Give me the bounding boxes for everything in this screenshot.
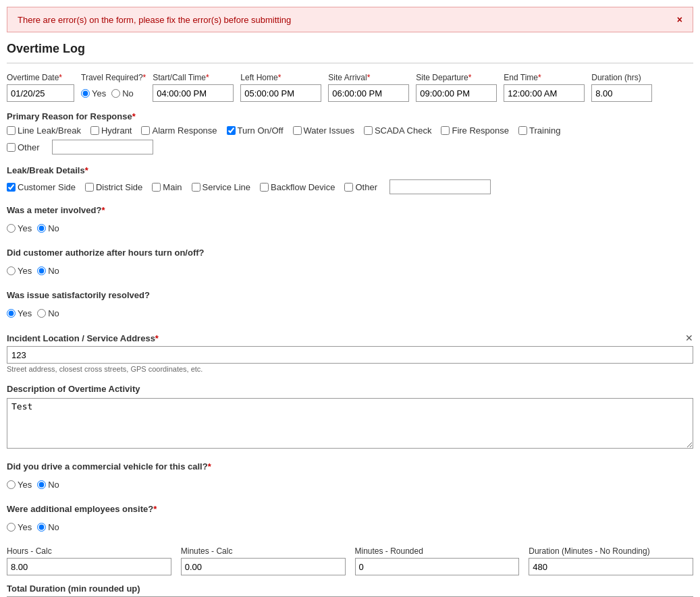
scada-check-label[interactable]: SCADA Check — [364, 125, 432, 136]
additional-employees-radio-group: Yes No — [7, 518, 693, 536]
travel-no-label[interactable]: No — [111, 88, 134, 98]
end-time-label: End Time* — [504, 73, 585, 82]
travel-yes-radio[interactable] — [81, 89, 90, 98]
end-time-input[interactable] — [504, 84, 585, 102]
commercial-yes-radio[interactable] — [7, 480, 16, 489]
minutes-rounded-input[interactable] — [355, 558, 520, 575]
left-home-label: Left Home* — [240, 73, 321, 82]
authorize-no-label[interactable]: No — [37, 266, 59, 276]
primary-other-label[interactable]: Other — [7, 142, 40, 152]
issue-resolved-radio-group: Yes No — [7, 304, 693, 322]
primary-reason-other-row: Other — [7, 140, 693, 154]
service-line-label[interactable]: Service Line — [192, 182, 251, 192]
customer-side-checkbox[interactable] — [7, 183, 16, 192]
employees-yes-label[interactable]: Yes — [7, 522, 32, 532]
commercial-yes-label[interactable]: Yes — [7, 480, 32, 490]
district-side-checkbox[interactable] — [85, 183, 94, 192]
alarm-response-label[interactable]: Alarm Response — [141, 125, 217, 136]
primary-reason-label: Primary Reason for Response* — [7, 111, 693, 121]
additional-employees-label: Were additional employees onsite?* — [7, 504, 693, 514]
error-banner: There are error(s) on the form, please f… — [7, 7, 693, 32]
site-arrival-input[interactable] — [328, 84, 409, 102]
site-departure-label: Site Departure* — [416, 73, 497, 82]
minutes-rounded-group: Minutes - Rounded — [355, 546, 520, 575]
left-home-group: Left Home* — [240, 73, 321, 102]
travel-required-label: Travel Required?* — [81, 73, 146, 82]
employees-no-radio[interactable] — [37, 523, 46, 532]
travel-radio-group: Yes No — [81, 84, 146, 102]
total-duration-block: Total Duration (min rounded up) — [7, 584, 693, 597]
description-section: Description of Overtime Activity Test — [7, 384, 693, 451]
location-clear-button[interactable]: ✕ — [685, 333, 693, 343]
customer-authorize-radio-group: Yes No — [7, 262, 693, 279]
meter-yes-radio[interactable] — [7, 224, 16, 233]
minutes-calc-input[interactable] — [181, 558, 346, 575]
meter-no-radio[interactable] — [37, 224, 46, 233]
start-call-time-label: Start/Call Time* — [153, 73, 234, 82]
duration-no-round-label: Duration (Minutes - No Rounding) — [529, 546, 693, 556]
error-close-button[interactable]: × — [677, 14, 682, 25]
meter-yes-label[interactable]: Yes — [7, 223, 32, 233]
end-time-group: End Time* — [504, 73, 585, 102]
fire-response-label[interactable]: Fire Response — [441, 125, 509, 136]
leak-other-text-input[interactable] — [389, 179, 491, 194]
site-departure-input[interactable] — [416, 84, 497, 102]
commercial-no-label[interactable]: No — [37, 480, 59, 490]
employees-no-label[interactable]: No — [37, 522, 59, 532]
customer-side-label[interactable]: Customer Side — [7, 182, 76, 192]
scada-check-checkbox[interactable] — [364, 126, 373, 135]
hydrant-checkbox[interactable] — [90, 126, 99, 135]
primary-reason-checkboxes: Line Leak/Break Hydrant Alarm Response T… — [7, 125, 693, 136]
turn-on-off-checkbox[interactable] — [227, 126, 236, 135]
training-label[interactable]: Training — [518, 125, 560, 136]
authorize-yes-label[interactable]: Yes — [7, 266, 32, 276]
authorize-no-radio[interactable] — [37, 266, 46, 275]
resolved-no-radio[interactable] — [37, 309, 46, 318]
service-line-checkbox[interactable] — [192, 183, 200, 192]
hours-calc-group: Hours - Calc — [7, 546, 171, 575]
duration-input[interactable] — [591, 84, 652, 102]
line-leak-label[interactable]: Line Leak/Break — [7, 125, 81, 136]
travel-required-group: Travel Required?* Yes No — [81, 73, 146, 102]
minutes-calc-group: Minutes - Calc — [181, 546, 346, 575]
commercial-vehicle-label: Did you drive a commercial vehicle for t… — [7, 461, 693, 472]
travel-no-radio[interactable] — [111, 89, 120, 98]
district-side-label[interactable]: District Side — [85, 182, 142, 192]
hydrant-label[interactable]: Hydrant — [90, 125, 132, 136]
resolved-yes-label[interactable]: Yes — [7, 308, 32, 318]
employees-yes-radio[interactable] — [7, 523, 16, 532]
issue-resolved-section: Was issue satisfactorily resolved? Yes N… — [7, 290, 693, 322]
main-label[interactable]: Main — [152, 182, 182, 192]
customer-authorize-section: Did customer authorize after hours turn … — [7, 248, 693, 279]
commercial-no-radio[interactable] — [37, 480, 46, 489]
resolved-no-label[interactable]: No — [37, 308, 59, 318]
alarm-response-checkbox[interactable] — [141, 126, 150, 135]
authorize-yes-radio[interactable] — [7, 266, 16, 275]
left-home-input[interactable] — [240, 84, 321, 102]
address-hint: Street address, closest cross streets, G… — [7, 365, 693, 373]
incident-location-input[interactable] — [7, 346, 693, 364]
backflow-device-label[interactable]: Backflow Device — [260, 182, 335, 192]
meter-no-label[interactable]: No — [37, 223, 59, 233]
primary-other-checkbox[interactable] — [7, 143, 16, 152]
hours-calc-input[interactable] — [7, 558, 171, 575]
line-leak-checkbox[interactable] — [7, 126, 16, 135]
start-call-time-input[interactable] — [153, 84, 234, 102]
datetime-row: Overtime Date* Travel Required?* Yes No … — [7, 73, 693, 102]
main-checkbox[interactable] — [152, 183, 161, 192]
water-issues-label[interactable]: Water Issues — [293, 125, 354, 136]
leak-break-label: Leak/Break Details* — [7, 165, 693, 175]
primary-other-text-input[interactable] — [52, 140, 153, 154]
training-checkbox[interactable] — [518, 126, 527, 135]
fire-response-checkbox[interactable] — [441, 126, 450, 135]
leak-other-label[interactable]: Other — [344, 182, 377, 192]
description-textarea[interactable]: Test — [7, 398, 693, 449]
leak-other-checkbox[interactable] — [344, 183, 353, 192]
resolved-yes-radio[interactable] — [7, 309, 16, 318]
travel-yes-label[interactable]: Yes — [81, 88, 106, 98]
water-issues-checkbox[interactable] — [293, 126, 302, 135]
backflow-device-checkbox[interactable] — [260, 183, 269, 192]
overtime-date-input[interactable] — [7, 84, 74, 102]
turn-on-off-label[interactable]: Turn On/Off — [227, 125, 284, 136]
duration-no-round-input[interactable] — [529, 558, 693, 575]
